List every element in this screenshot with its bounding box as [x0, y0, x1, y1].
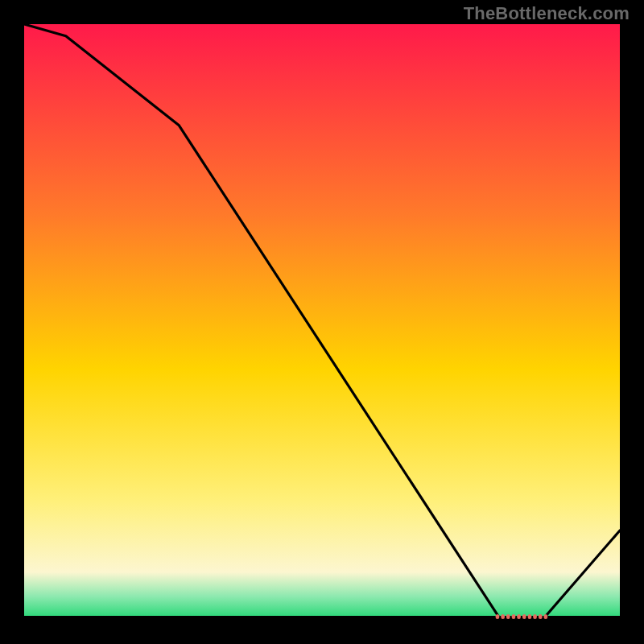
svg-rect-5: [522, 614, 526, 619]
svg-rect-1: [501, 614, 505, 619]
svg-rect-6: [528, 614, 532, 619]
chart-stage: TheBottleneck.com: [0, 0, 644, 644]
svg-rect-7: [533, 614, 537, 619]
chart-svg: [0, 0, 644, 644]
svg-rect-0: [496, 614, 500, 619]
svg-rect-4: [517, 614, 521, 619]
svg-rect-3: [512, 614, 516, 619]
svg-rect-2: [506, 614, 510, 619]
plot-background: [24, 24, 620, 620]
svg-rect-9: [544, 614, 548, 619]
svg-rect-8: [539, 614, 543, 619]
watermark-text: TheBottleneck.com: [464, 3, 630, 24]
